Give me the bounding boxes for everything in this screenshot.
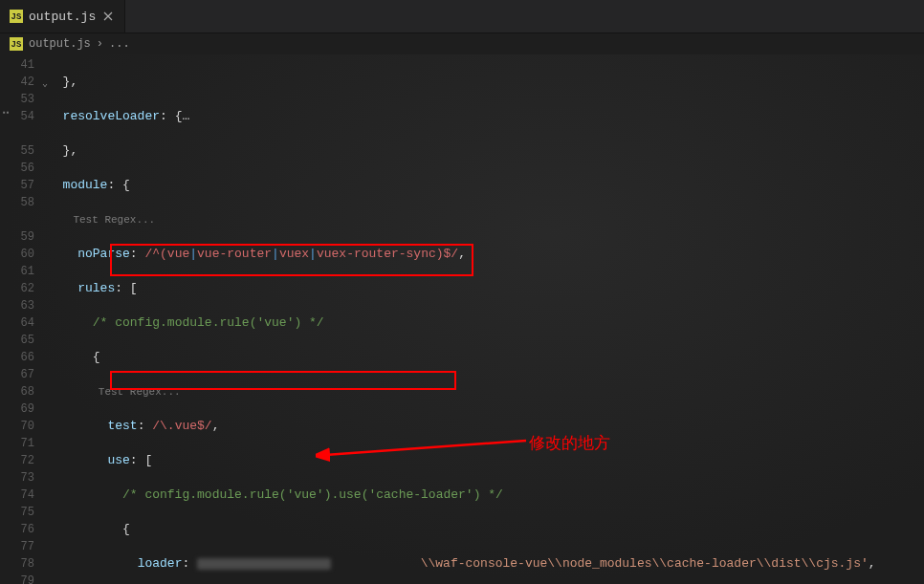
code-text: resolveLoader bbox=[63, 109, 160, 123]
code-text: : { bbox=[160, 109, 182, 123]
redacted-text bbox=[197, 558, 331, 570]
breadcrumb[interactable]: JS output.js › ... bbox=[0, 33, 924, 54]
code-text: }, bbox=[63, 75, 78, 89]
tab-output-js[interactable]: JS output.js bbox=[0, 0, 125, 32]
js-file-icon: JS bbox=[10, 10, 23, 23]
code-text: { bbox=[122, 522, 130, 536]
code-editor[interactable]: 41 ⌄42 ▪▪53 54 55 56 57 58 59 60 61 62 6… bbox=[0, 54, 924, 584]
breadcrumb-file[interactable]: output.js bbox=[29, 37, 91, 51]
code-text: test bbox=[107, 419, 137, 433]
breadcrumb-separator: › bbox=[97, 37, 103, 51]
code-comment: /* config.module.rule('vue') */ bbox=[93, 315, 324, 330]
tab-filename: output.js bbox=[29, 10, 96, 24]
close-icon[interactable] bbox=[101, 10, 115, 23]
code-text: noParse bbox=[77, 247, 130, 261]
js-file-icon: JS bbox=[10, 37, 23, 51]
code-comment: /* config.module.rule('vue').use('cache-… bbox=[122, 487, 503, 502]
code-text: }, bbox=[63, 143, 78, 158]
annotation-text: 修改的地方 bbox=[529, 432, 610, 454]
code-text: module bbox=[63, 178, 108, 192]
tab-bar: JS output.js bbox=[0, 0, 924, 33]
breadcrumb-more[interactable]: ... bbox=[109, 37, 130, 51]
line-number-gutter: 41 ⌄42 ▪▪53 54 55 56 57 58 59 60 61 62 6… bbox=[0, 54, 48, 584]
code-content[interactable]: }, resolveLoader: {… }, module: { Test R… bbox=[48, 54, 924, 584]
codelens-link[interactable]: Test Regex... bbox=[99, 386, 181, 398]
codelens-link[interactable]: Test Regex... bbox=[73, 214, 155, 226]
code-text: rules bbox=[77, 281, 115, 295]
code-text: { bbox=[93, 350, 100, 364]
code-text: use bbox=[107, 453, 129, 467]
code-text: : { bbox=[107, 178, 129, 192]
